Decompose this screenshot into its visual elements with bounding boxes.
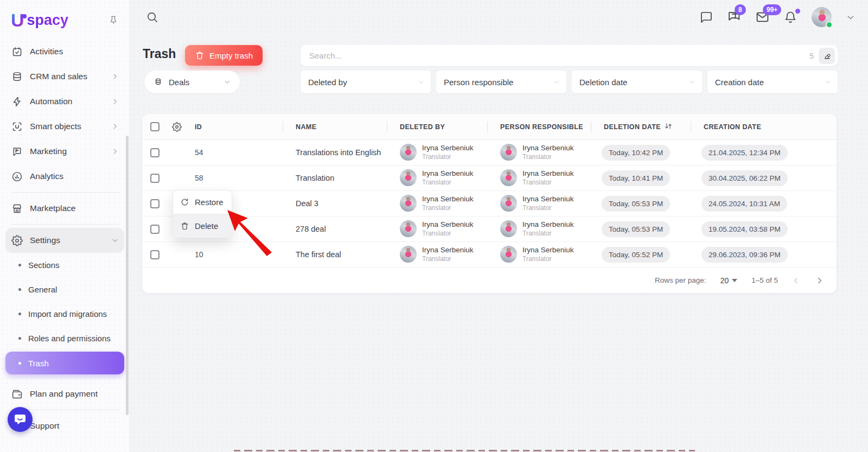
column-header-person-responsible[interactable]: PERSON RESPONSIBLE bbox=[487, 114, 591, 139]
person-name[interactable]: Iryna Serbeniuk bbox=[422, 169, 474, 179]
sidebar-subitem-general[interactable]: General bbox=[5, 277, 124, 302]
person-name[interactable]: Iryna Serbeniuk bbox=[422, 245, 474, 255]
sidebar-scrollbar[interactable] bbox=[126, 136, 129, 415]
bell-icon[interactable] bbox=[784, 11, 797, 24]
person-name[interactable]: Iryna Serbeniuk bbox=[522, 194, 574, 204]
mail-badge: 99+ bbox=[763, 4, 781, 15]
context-menu-restore[interactable]: Restore bbox=[173, 190, 232, 214]
divider bbox=[11, 192, 119, 193]
avatar bbox=[500, 169, 517, 186]
chevron-down-icon[interactable] bbox=[846, 13, 855, 22]
eraser-icon bbox=[822, 51, 832, 60]
trash-table: ID NAME DELETED BY PERSON RESPONSIBLE DE… bbox=[142, 114, 837, 293]
column-header-creation-date[interactable]: CREATION DATE bbox=[691, 114, 837, 139]
rows-per-page-select[interactable]: 20 bbox=[720, 276, 738, 285]
avatar bbox=[500, 220, 517, 237]
sidebar-item-crm-and-sales[interactable]: CRM and sales bbox=[5, 64, 124, 89]
sidebar-subitem-roles-and-permissions[interactable]: Roles and permissions bbox=[5, 326, 124, 351]
row-name[interactable]: Translation bbox=[283, 174, 387, 182]
comment-icon[interactable] bbox=[700, 11, 713, 24]
chevron-right-icon bbox=[111, 98, 119, 105]
trash-icon bbox=[180, 221, 189, 231]
support-chat-widget[interactable] bbox=[8, 407, 33, 432]
table-settings-gear-icon[interactable] bbox=[172, 122, 182, 132]
search-bar: 5 bbox=[301, 45, 838, 66]
sidebar-item-label: Support bbox=[30, 421, 59, 431]
divider bbox=[11, 378, 119, 378]
row-checkbox[interactable] bbox=[150, 199, 159, 208]
filter-creation-date[interactable]: Creation date bbox=[707, 71, 838, 93]
row-checkbox[interactable] bbox=[150, 250, 159, 259]
deletion-date-badge: Today, 05:53 PM bbox=[602, 196, 670, 212]
context-menu-delete[interactable]: Delete bbox=[173, 214, 232, 238]
pagination-range: 1–5 of 5 bbox=[751, 276, 778, 284]
row-checkbox[interactable] bbox=[150, 174, 159, 183]
user-avatar[interactable] bbox=[812, 7, 832, 27]
context-menu-label: Delete bbox=[195, 221, 218, 231]
column-header-deleted-by[interactable]: DELETED BY bbox=[387, 114, 487, 139]
previous-page-button[interactable] bbox=[792, 276, 801, 285]
column-header-deletion-date[interactable]: DELETION DATE bbox=[591, 114, 691, 139]
row-name[interactable]: 278 deal bbox=[283, 225, 387, 233]
deletion-date-badge: Today, 10:42 PM bbox=[602, 145, 670, 161]
sort-arrows-icon bbox=[665, 123, 672, 131]
row-checkbox[interactable] bbox=[150, 148, 159, 157]
filter-deleted-by[interactable]: Deleted by bbox=[301, 71, 431, 93]
search-input[interactable] bbox=[309, 51, 809, 60]
deals-icon bbox=[153, 77, 163, 87]
search-icon[interactable] bbox=[146, 11, 158, 23]
chevron-down-icon bbox=[418, 79, 424, 85]
sidebar-item-settings[interactable]: Settings bbox=[5, 228, 124, 253]
gear-icon bbox=[11, 234, 23, 246]
row-checkbox[interactable] bbox=[150, 225, 159, 234]
person-name[interactable]: Iryna Serbeniuk bbox=[522, 220, 574, 230]
filter-label: Deletion date bbox=[579, 78, 627, 87]
row-name[interactable]: The first deal bbox=[283, 250, 387, 259]
select-all-checkbox[interactable] bbox=[150, 122, 159, 131]
mail-icon[interactable]: 99+ bbox=[756, 10, 769, 24]
sidebar-item-marketplace[interactable]: Marketplace bbox=[5, 196, 124, 221]
wallet-icon bbox=[11, 388, 23, 400]
responsible-cell: Iryna SerbeniukTranslator bbox=[487, 143, 591, 161]
sidebar-item-marketing[interactable]: Marketing bbox=[5, 139, 124, 164]
next-page-button[interactable] bbox=[815, 276, 824, 285]
column-header-name[interactable]: NAME bbox=[283, 114, 387, 139]
responsible-cell: Iryna SerbeniukTranslator bbox=[487, 169, 591, 187]
table-pagination: Rows per page: 20 1–5 of 5 bbox=[142, 268, 837, 293]
sidebar-item-activities[interactable]: Activities bbox=[5, 39, 124, 64]
row-name[interactable]: Translations into English bbox=[283, 148, 387, 157]
person-role: Translator bbox=[522, 255, 574, 264]
deletion-date-badge: Today, 10:41 PM bbox=[602, 170, 670, 186]
avatar bbox=[400, 246, 417, 263]
person-role: Translator bbox=[422, 204, 474, 213]
row-name[interactable]: Deal 3 bbox=[283, 199, 387, 208]
empty-trash-button[interactable]: Empty trash bbox=[185, 45, 263, 66]
sidebar-item-automation[interactable]: Automation bbox=[5, 89, 124, 114]
divider bbox=[11, 224, 119, 225]
smart-objects-icon bbox=[11, 120, 23, 132]
person-name[interactable]: Iryna Serbeniuk bbox=[422, 143, 474, 153]
sidebar-item-plan-and-payment[interactable]: Plan and payment bbox=[5, 381, 124, 406]
sidebar-subitem-import-and-migrations[interactable]: Import and migrations bbox=[5, 302, 124, 326]
person-name[interactable]: Iryna Serbeniuk bbox=[422, 194, 474, 204]
sidebar-subitem-sections[interactable]: Sections bbox=[5, 253, 124, 277]
person-name[interactable]: Iryna Serbeniuk bbox=[522, 169, 574, 179]
person-name[interactable]: Iryna Serbeniuk bbox=[522, 143, 574, 153]
column-header-id[interactable]: ID bbox=[195, 123, 202, 131]
uspacy-logo[interactable]: U spacy bbox=[11, 11, 68, 29]
pin-icon[interactable] bbox=[108, 15, 119, 26]
chats-icon[interactable]: 8 bbox=[727, 10, 741, 24]
filter-person-responsible[interactable]: Person responsible bbox=[436, 71, 566, 93]
sidebar-item-analytics[interactable]: Analytics bbox=[5, 164, 124, 189]
filter-deletion-date[interactable]: Deletion date bbox=[572, 71, 702, 93]
deleted-by-cell: Iryna SerbeniukTranslator bbox=[387, 220, 487, 238]
sidebar-subitem-trash[interactable]: Trash bbox=[5, 352, 124, 374]
person-name[interactable]: Iryna Serbeniuk bbox=[422, 220, 474, 230]
sidebar-item-label: Activities bbox=[30, 47, 63, 56]
table-row: 58 Translation Iryna SerbeniukTranslator… bbox=[142, 165, 837, 191]
clear-filters-button[interactable] bbox=[819, 48, 835, 64]
avatar bbox=[500, 246, 517, 263]
sidebar-item-smart-objects[interactable]: Smart objects bbox=[5, 114, 124, 139]
entity-filter-dropdown[interactable]: Deals bbox=[144, 71, 240, 93]
person-name[interactable]: Iryna Serbeniuk bbox=[522, 245, 574, 255]
